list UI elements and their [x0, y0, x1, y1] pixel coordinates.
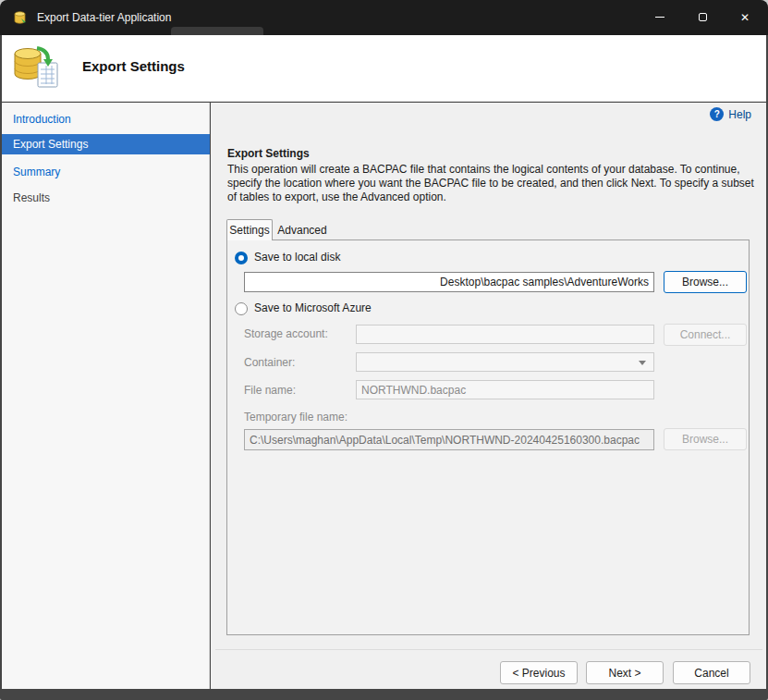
tab-settings[interactable]: Settings: [226, 219, 273, 240]
app-database-icon: [12, 10, 28, 26]
chevron-down-icon: [639, 361, 646, 365]
save-azure-label[interactable]: Save to Microsoft Azure: [254, 301, 372, 314]
wizard-header: Export Settings: [2, 35, 766, 102]
titlebar-remnant-artifact: [171, 27, 263, 35]
local-disk-path-input[interactable]: [244, 272, 654, 292]
temporary-file-name-input: [244, 429, 654, 450]
previous-button[interactable]: < Previous: [500, 661, 578, 684]
sidebar-item-results: Results: [2, 188, 210, 208]
sidebar-item-summary[interactable]: Summary: [2, 162, 210, 182]
container-dropdown: [356, 352, 654, 372]
main-content: ? Help Export Settings This operation wi…: [211, 103, 766, 689]
file-name-input: [356, 380, 654, 399]
export-bacpac-icon: [9, 44, 67, 92]
titlebar[interactable]: Export Data-tier Application ✕: [0, 0, 768, 35]
window-controls: ✕: [639, 0, 766, 34]
help-label: Help: [728, 108, 751, 121]
window-title: Export Data-tier Application: [37, 11, 171, 24]
close-button[interactable]: ✕: [724, 0, 766, 34]
minimize-button[interactable]: [639, 0, 681, 34]
save-azure-radio[interactable]: [235, 302, 248, 315]
storage-account-input: [356, 325, 654, 344]
export-wizard-window: Export Data-tier Application ✕ Export Se…: [0, 0, 768, 700]
sidebar-item-introduction[interactable]: Introduction: [2, 109, 210, 129]
temporary-file-name-label: Temporary file name:: [244, 411, 347, 424]
tab-advanced[interactable]: Advanced: [273, 222, 332, 239]
local-disk-browse-button[interactable]: Browse...: [664, 271, 747, 293]
connect-button: Connect...: [664, 324, 747, 346]
page-title: Export Settings: [82, 58, 185, 74]
save-local-disk-label[interactable]: Save to local disk: [254, 251, 340, 264]
temporary-file-browse-button: Browse...: [664, 428, 747, 450]
help-icon: ?: [710, 107, 724, 121]
save-local-disk-radio[interactable]: [235, 252, 248, 264]
close-icon: ✕: [740, 12, 750, 23]
footer-divider: [215, 649, 762, 650]
maximize-icon: [699, 13, 707, 21]
maximize-button[interactable]: [681, 0, 724, 34]
next-button[interactable]: Next >: [586, 661, 664, 684]
sidebar-item-export-settings[interactable]: Export Settings: [2, 134, 210, 154]
settings-tab-panel: Save to local disk Browse... Save to Mic…: [226, 239, 750, 635]
cancel-button[interactable]: Cancel: [673, 661, 750, 684]
section-heading: Export Settings: [227, 147, 310, 160]
section-description: This operation will create a BACPAC file…: [227, 163, 754, 204]
file-name-label: File name:: [244, 384, 296, 397]
storage-account-label: Storage account:: [244, 327, 328, 340]
minimize-icon: [655, 17, 664, 18]
help-link[interactable]: ? Help: [710, 107, 751, 121]
wizard-steps-sidebar: Introduction Export Settings Summary Res…: [2, 103, 210, 689]
container-label: Container:: [244, 356, 295, 369]
